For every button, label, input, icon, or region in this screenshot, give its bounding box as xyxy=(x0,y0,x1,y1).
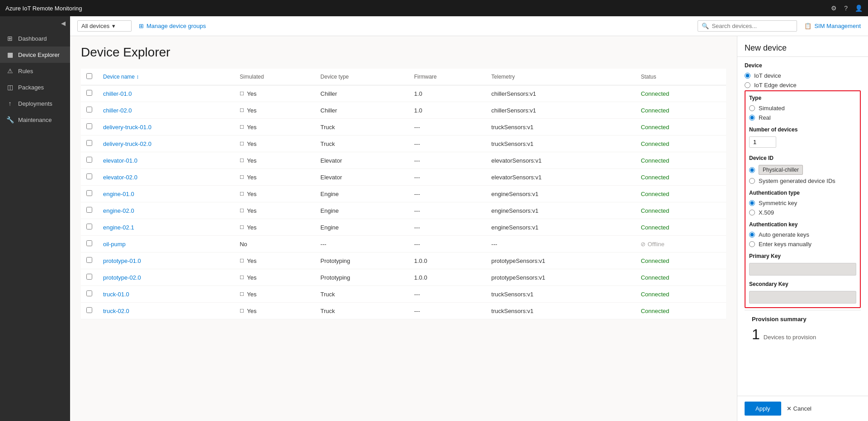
row-checkbox[interactable] xyxy=(86,207,92,213)
table-row: elevator-01.0☐ YesElevator---elevatorSen… xyxy=(81,152,726,169)
col-header-simulated: Simulated xyxy=(234,69,315,85)
x509-radio[interactable] xyxy=(749,210,755,215)
device-name-link[interactable]: delivery-truck-02.0 xyxy=(103,140,151,147)
apply-button[interactable]: Apply xyxy=(745,402,781,416)
sim-management-button[interactable]: 📋 SIM Management xyxy=(804,23,861,29)
device-name-link[interactable]: engine-02.1 xyxy=(103,224,134,231)
num-devices-input[interactable] xyxy=(749,136,776,148)
iot-edge-radio[interactable] xyxy=(745,82,750,88)
settings-icon[interactable]: ⚙ xyxy=(831,5,837,12)
search-input[interactable] xyxy=(712,23,793,29)
search-box: 🔍 xyxy=(698,20,797,32)
status-badge: Connected xyxy=(635,219,726,236)
sim-checkbox-icon: ☐ xyxy=(240,124,244,130)
help-icon[interactable]: ? xyxy=(844,5,848,12)
row-checkbox[interactable] xyxy=(86,123,92,129)
device-name-link[interactable]: prototype-01.0 xyxy=(103,257,141,264)
auto-generate-radio[interactable] xyxy=(749,232,755,238)
sidebar-item-maintenance[interactable]: 🔧 Maintenance xyxy=(0,112,70,128)
status-badge: Connected xyxy=(635,169,726,186)
col-header-name[interactable]: Device name ↕ xyxy=(98,69,234,85)
sidebar-item-deployments[interactable]: ↑ Deployments xyxy=(0,95,70,112)
physical-chiller-radio[interactable] xyxy=(749,167,755,173)
device-section-label: Device xyxy=(745,62,861,69)
simulated-value: ☐ Yes xyxy=(240,291,310,298)
physical-chiller-option[interactable]: Physical-chiller xyxy=(749,165,856,175)
table-row: truck-01.0☐ YesTruck---truckSensors:v1Co… xyxy=(81,286,726,303)
device-list-area: Device Explorer Device name ↕ Simulated xyxy=(70,36,737,421)
row-checkbox[interactable] xyxy=(86,290,92,296)
row-checkbox[interactable] xyxy=(86,274,92,280)
device-name-link[interactable]: engine-01.0 xyxy=(103,191,134,197)
connected-status: Connected xyxy=(641,308,669,314)
panel-header: New device xyxy=(737,36,868,57)
device-name-link[interactable]: truck-02.0 xyxy=(103,308,129,314)
sidebar-item-packages[interactable]: ◫ Packages xyxy=(0,79,70,95)
simulated-value: ☐ Yes xyxy=(240,274,310,281)
sidebar-item-rules[interactable]: ⚠ Rules xyxy=(0,63,70,79)
sidebar-item-device-explorer[interactable]: ▦ Device Explorer xyxy=(0,47,70,63)
device-group-select[interactable]: All devices ▾ xyxy=(77,20,132,32)
row-checkbox[interactable] xyxy=(86,107,92,112)
user-icon[interactable]: 👤 xyxy=(855,5,863,12)
row-checkbox[interactable] xyxy=(86,307,92,313)
device-name-link[interactable]: prototype-02.0 xyxy=(103,274,141,281)
iot-device-option[interactable]: IoT device xyxy=(745,72,861,79)
enter-keys-option[interactable]: Enter keys manually xyxy=(749,241,856,248)
enter-keys-radio[interactable] xyxy=(749,241,755,247)
secondary-key-input[interactable] xyxy=(749,291,856,304)
device-name-link[interactable]: chiller-02.0 xyxy=(103,107,132,114)
device-name-link[interactable]: elevator-01.0 xyxy=(103,157,137,164)
auto-generate-option[interactable]: Auto generate keys xyxy=(749,231,856,238)
status-badge: Connected xyxy=(635,253,726,269)
rules-icon: ⚠ xyxy=(6,67,14,75)
manage-groups-button[interactable]: ⊞ Manage device groups xyxy=(139,23,206,29)
simulated-value: ☐ Yes xyxy=(240,308,310,314)
row-checkbox[interactable] xyxy=(86,224,92,229)
real-option[interactable]: Real xyxy=(749,114,856,121)
iot-edge-option[interactable]: IoT Edge device xyxy=(745,82,861,89)
system-generated-radio[interactable] xyxy=(749,178,755,184)
row-checkbox[interactable] xyxy=(86,173,92,179)
device-name-link[interactable]: elevator-02.0 xyxy=(103,174,137,181)
status-badge: ⊘ Offline xyxy=(635,236,726,253)
select-all-checkbox[interactable] xyxy=(86,73,92,79)
simulated-radio[interactable] xyxy=(749,105,755,111)
symmetric-key-radio[interactable] xyxy=(749,200,755,206)
device-name-link[interactable]: truck-01.0 xyxy=(103,291,129,298)
table-row: engine-02.0☐ YesEngine---engineSensors:v… xyxy=(81,202,726,219)
row-checkbox[interactable] xyxy=(86,190,92,196)
row-checkbox[interactable] xyxy=(86,257,92,263)
panel-footer: Apply ✕ Cancel xyxy=(737,396,868,421)
table-row: chiller-01.0☐ YesChiller1.0chillerSensor… xyxy=(81,85,726,102)
device-name-link[interactable]: delivery-truck-01.0 xyxy=(103,124,151,131)
row-checkbox[interactable] xyxy=(86,140,92,146)
connected-status: Connected xyxy=(641,191,669,197)
symmetric-key-option[interactable]: Symmetric key xyxy=(749,200,856,206)
iot-device-radio[interactable] xyxy=(745,73,750,79)
connected-status: Connected xyxy=(641,257,669,264)
device-name-link[interactable]: chiller-01.0 xyxy=(103,90,132,97)
status-badge: Connected xyxy=(635,102,726,119)
row-checkbox[interactable] xyxy=(86,90,92,96)
firmware-value: --- xyxy=(409,303,486,319)
device-type-value: Truck xyxy=(315,303,409,319)
packages-icon: ◫ xyxy=(6,84,14,91)
firmware-value: --- xyxy=(409,119,486,136)
sidebar-item-dashboard[interactable]: ⊞ Dashboard xyxy=(0,30,70,47)
sidebar-collapse-button[interactable]: ◀ xyxy=(0,16,70,30)
deployments-icon: ↑ xyxy=(6,100,14,107)
x509-option[interactable]: X.509 xyxy=(749,209,856,216)
simulated-option[interactable]: Simulated xyxy=(749,105,856,112)
offline-icon: ⊘ xyxy=(641,241,646,248)
device-name-link[interactable]: engine-02.0 xyxy=(103,207,134,214)
primary-key-input[interactable] xyxy=(749,263,856,276)
panel-body: Device IoT device IoT Edge device xyxy=(737,57,868,396)
sim-checkbox-icon: ☐ xyxy=(240,158,244,164)
row-checkbox[interactable] xyxy=(86,157,92,163)
row-checkbox[interactable] xyxy=(86,240,92,246)
device-name-link[interactable]: oil-pump xyxy=(103,241,126,248)
real-radio[interactable] xyxy=(749,115,755,121)
cancel-button[interactable]: ✕ Cancel xyxy=(787,405,811,412)
system-generated-option[interactable]: System generated device IDs xyxy=(749,178,856,184)
